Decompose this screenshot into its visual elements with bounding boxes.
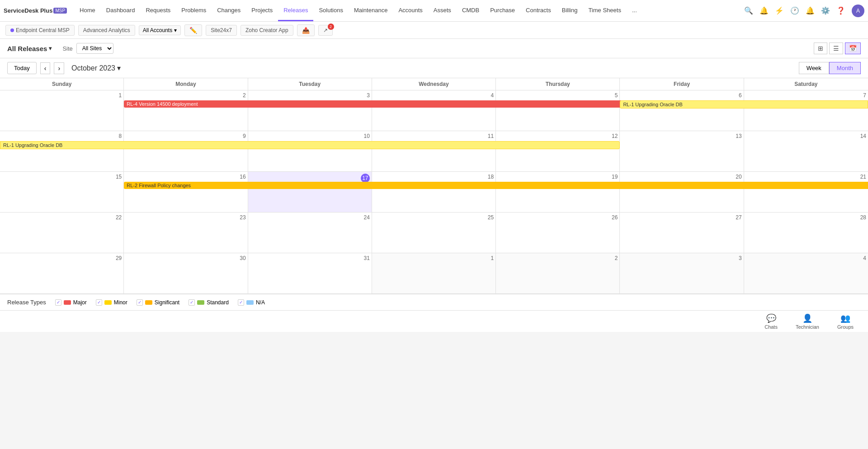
week-button[interactable]: Week: [799, 62, 829, 74]
nav-requests[interactable]: Requests: [140, 0, 176, 21]
search-icon[interactable]: 🔍: [744, 6, 753, 15]
prev-button[interactable]: ‹: [40, 62, 51, 74]
advanced-analytics-btn[interactable]: Advanced Analytics: [78, 25, 135, 36]
list-view-button[interactable]: ☰: [829, 43, 843, 54]
cal-cell-oct30[interactable]: 30: [124, 253, 248, 294]
cal-cell-oct11[interactable]: 11: [372, 131, 496, 172]
nav-maintenance[interactable]: Maintenance: [349, 0, 393, 21]
toolbar-right: ⊞ ☰ 📅: [814, 43, 861, 54]
month-title: October 2023 ▾: [71, 64, 121, 72]
cal-cell-nov2[interactable]: 2: [496, 253, 620, 294]
nav-projects[interactable]: Projects: [246, 0, 278, 21]
technician-button[interactable]: 👤 Technician: [796, 313, 819, 330]
cal-cell-oct12[interactable]: 12: [496, 131, 620, 172]
nav-purchase[interactable]: Purchase: [485, 0, 520, 21]
nav-contracts[interactable]: Contracts: [520, 0, 557, 21]
event-bar[interactable]: RL-1 Upgrading Oracle DB: [620, 100, 868, 109]
nav-problems[interactable]: Problems: [176, 0, 212, 21]
cal-cell-oct3[interactable]: 3: [248, 90, 372, 131]
cal-cell-oct31[interactable]: 31: [248, 253, 372, 294]
cal-cell-oct29[interactable]: 29: [0, 253, 124, 294]
na-label: N/A: [256, 299, 265, 306]
today-button[interactable]: Today: [7, 62, 37, 74]
nav-dashboard[interactable]: Dashboard: [101, 0, 141, 21]
all-releases-button[interactable]: All Releases ▾: [7, 45, 52, 52]
nav-assets[interactable]: Assets: [428, 0, 457, 21]
cal-cell-oct2[interactable]: 2: [124, 90, 248, 131]
nav-timesheets[interactable]: Time Sheets: [583, 0, 627, 21]
clock-icon[interactable]: 🕐: [790, 6, 799, 15]
cal-cell-nov4[interactable]: 4: [744, 253, 868, 294]
cal-cell-oct28[interactable]: 28: [744, 213, 868, 253]
cal-cell-oct7[interactable]: 7: [744, 90, 868, 131]
cal-cell-nov3[interactable]: 3: [620, 253, 744, 294]
groups-button[interactable]: 👥 Groups: [837, 313, 854, 330]
avatar[interactable]: A: [852, 5, 864, 17]
cal-cell-oct1[interactable]: 1: [0, 90, 124, 131]
nav-home[interactable]: Home: [74, 0, 101, 21]
calendar-header: Sunday Monday Tuesday Wednesday Thursday…: [0, 78, 868, 90]
cal-cell-oct13[interactable]: 13: [620, 131, 744, 172]
cal-cell-oct25[interactable]: 25: [372, 213, 496, 253]
cal-cell-oct23[interactable]: 23: [124, 213, 248, 253]
day-header-thursday: Thursday: [496, 78, 620, 90]
notifications-icon[interactable]: 🔔: [760, 6, 769, 15]
help-icon[interactable]: ❓: [836, 6, 845, 15]
cal-cell-nov1[interactable]: 1: [372, 253, 496, 294]
week-4: 22 23 24 25 26 27 28: [0, 213, 868, 253]
standard-checkbox[interactable]: ✓: [189, 299, 195, 306]
next-button[interactable]: ›: [54, 62, 64, 74]
site24x7-btn[interactable]: Site24x7: [206, 25, 237, 36]
cal-cell-oct17[interactable]: 17: [248, 172, 372, 213]
cal-cell-oct18[interactable]: 18: [372, 172, 496, 213]
cal-cell-oct20[interactable]: 20: [620, 172, 744, 213]
zoho-creator-btn[interactable]: Zoho Creator App: [241, 25, 293, 36]
major-checkbox[interactable]: ✓: [55, 299, 61, 306]
month-button[interactable]: Month: [829, 62, 861, 74]
share-icon[interactable]: 📤: [297, 24, 315, 36]
minor-checkbox[interactable]: ✓: [96, 299, 102, 306]
edit-icon[interactable]: ✏️: [184, 24, 202, 36]
significant-checkbox[interactable]: ✓: [137, 299, 143, 306]
standard-label: Standard: [207, 299, 229, 306]
nav-billing[interactable]: Billing: [557, 0, 583, 21]
date-nov3: 3: [622, 255, 741, 261]
all-accounts-dropdown[interactable]: All Accounts ▾: [139, 25, 181, 35]
cal-cell-oct6[interactable]: 6: [620, 90, 744, 131]
lightning-icon[interactable]: ⚡: [775, 6, 784, 15]
external-link-btn[interactable]: ↗ 2: [318, 25, 333, 36]
legend-standard: ✓ Standard: [189, 299, 229, 306]
nav-more[interactable]: ...: [627, 0, 642, 21]
cal-cell-oct4[interactable]: 4: [372, 90, 496, 131]
cal-cell-oct15[interactable]: 15: [0, 172, 124, 213]
event-bar[interactable]: RL-2 Firewall Policy changes: [124, 182, 868, 189]
cal-cell-oct9[interactable]: 9: [124, 131, 248, 172]
event-bar[interactable]: RL-1 Upgrading Oracle DB: [0, 141, 620, 149]
cal-cell-oct26[interactable]: 26: [496, 213, 620, 253]
nav-releases[interactable]: Releases: [278, 0, 313, 21]
cal-cell-oct16[interactable]: 16: [124, 172, 248, 213]
na-checkbox[interactable]: ✓: [238, 299, 244, 306]
cal-cell-oct8[interactable]: 8: [0, 131, 124, 172]
cal-cell-oct21[interactable]: 21: [744, 172, 868, 213]
cal-cell-oct5[interactable]: 5: [496, 90, 620, 131]
endpoint-central-btn[interactable]: Endpoint Central MSP: [5, 25, 75, 36]
nav-cmdb[interactable]: CMDB: [457, 0, 485, 21]
calendar-view-button[interactable]: 📅: [845, 43, 861, 54]
cal-cell-oct22[interactable]: 22: [0, 213, 124, 253]
cal-cell-oct19[interactable]: 19: [496, 172, 620, 213]
nav-accounts[interactable]: Accounts: [393, 0, 428, 21]
settings-icon[interactable]: ⚙️: [821, 6, 830, 15]
nav-changes[interactable]: Changes: [212, 0, 246, 21]
cal-cell-oct14[interactable]: 14: [744, 131, 868, 172]
cal-cell-oct27[interactable]: 27: [620, 213, 744, 253]
day-header-friday: Friday: [620, 78, 744, 90]
grid-view-button[interactable]: ⊞: [814, 43, 827, 54]
site-select[interactable]: All Sites: [76, 43, 113, 54]
cal-cell-oct10[interactable]: 10: [248, 131, 372, 172]
bell-icon[interactable]: 🔔: [806, 6, 815, 15]
cal-cell-oct24[interactable]: 24: [248, 213, 372, 253]
legend-significant: ✓ Significant: [137, 299, 179, 306]
nav-solutions[interactable]: Solutions: [313, 0, 348, 21]
chats-button[interactable]: 💬 Chats: [764, 313, 778, 330]
